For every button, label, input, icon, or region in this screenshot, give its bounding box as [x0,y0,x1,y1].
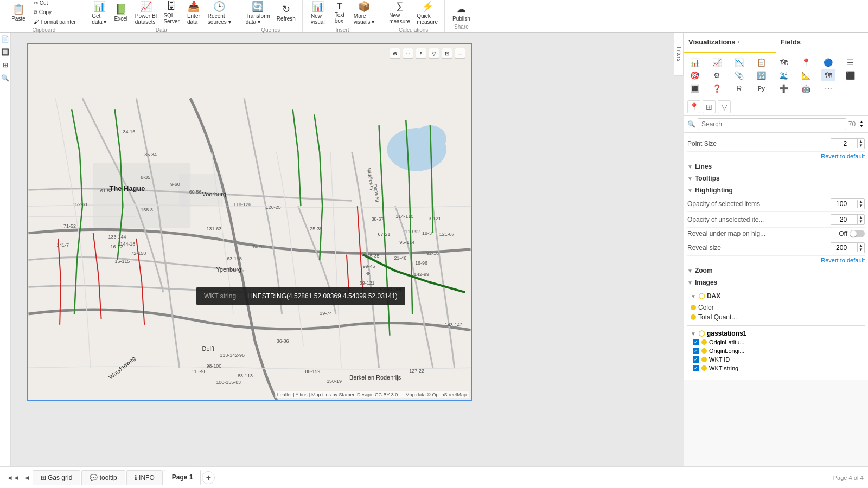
more-visuals-button[interactable]: 📦 Morevisuals ▾ [352,0,376,26]
map-visual[interactable]: ⊕ ↔ ⌖ ▽ ⊡ … [27,43,472,401]
reveal-size-input-box: ▲ ▼ [831,242,865,253]
point-size-input[interactable] [831,139,857,149]
reveal-size-input[interactable] [831,243,857,253]
svg-text:72-158: 72-158 [131,251,146,256]
map-zoom-button[interactable]: ↔ [403,48,413,59]
clipboard-section: 📋 Paste ✂ Cut ⧉ Copy 🖌 Format painter Cl… [4,0,84,32]
format-painter-button[interactable]: 🖌 Format painter [30,18,79,26]
svg-text:74-9: 74-9 [252,244,262,249]
text-box-button[interactable]: T Textbox [330,1,349,25]
svg-text:21-46: 21-46 [394,255,406,261]
viz-treemap[interactable]: ☰ [844,56,858,68]
map-attribution: Leaflet | Altius | Map tiles by Stamen D… [275,391,469,398]
viz-card[interactable]: 📎 [732,69,746,81]
reveal-toggle[interactable]: Off [839,230,865,237]
map-navigate-button[interactable]: ⊕ [390,48,400,59]
queries-section: 🔄 Transformdata ▾ ↻ Refresh Queries [239,0,303,32]
viz-decomp2[interactable]: ⋯ [821,82,835,94]
viz-kpi[interactable]: 🔢 [754,69,768,81]
sidebar-page-icon[interactable]: 📄 [1,35,10,43]
sidebar-visual-icon[interactable]: 🔲 [1,48,10,56]
add-page-button[interactable]: + [202,471,215,484]
lines-collapse[interactable]: ▼ Lines [687,160,865,172]
map-export-button[interactable]: ⊡ [442,48,452,59]
highlighting-collapse[interactable]: ▼ Highlighting [687,184,865,196]
filters-tab[interactable]: Filters [674,33,684,76]
viz-pie[interactable]: 🔵 [821,56,835,68]
fields-tab[interactable]: Fields [776,33,869,53]
visualizations-search-input[interactable] [698,118,846,130]
reveal-revert-link[interactable]: Revert to default [687,256,865,265]
field-well-filter[interactable]: ▽ [718,100,731,113]
copy-button[interactable]: ⧉ Copy [30,8,79,17]
opacity-selected-row: Opacity of selected items ▲ ▼ [687,196,865,212]
svg-text:71-52: 71-52 [63,223,76,229]
viz-funnel[interactable]: 🎯 [687,69,701,81]
viz-r[interactable]: R [732,82,746,94]
revert-default-link[interactable]: Revert to default [687,152,865,160]
reveal-size-down[interactable]: ▼ [857,248,864,252]
viz-scatter[interactable]: 📍 [799,56,813,68]
map-more-button[interactable]: … [455,48,465,59]
viz-bar[interactable]: 📊 [687,56,701,68]
new-measure-button[interactable]: ∑ Newmeasure [387,0,412,25]
field-well-location[interactable]: 📍 [687,100,700,113]
tab-gas-grid[interactable]: ⊞ Gas grid [33,470,81,485]
opacity-unselected-row: Opacity of unselected ite... ▲ ▼ [687,212,865,228]
opacity-selected-input[interactable] [831,199,857,209]
opacity-selected-down[interactable]: ▼ [857,204,864,208]
viz-table[interactable]: 📋 [754,56,768,68]
publish-button[interactable]: ☁ Publish [450,2,473,23]
viz-py[interactable]: Py [754,82,768,94]
opacity-unselected-input[interactable] [831,215,857,224]
tab-page1[interactable]: Page 1 [164,470,201,485]
transform-button[interactable]: 🔄 Transformdata ▾ [244,0,272,26]
viz-map[interactable]: 🗺 [777,56,791,68]
viz-gauge[interactable]: ⚙ [710,69,724,81]
power-bi-button[interactable]: 📈 Power BIdatasets [133,0,159,26]
viz-line[interactable]: 📈 [710,56,724,68]
paste-button[interactable]: 📋 Paste [9,2,28,23]
field-well-format[interactable]: ⊞ [703,100,716,113]
refresh-button[interactable]: ↻ Refresh [275,2,298,23]
quick-measure-button[interactable]: ⚡ Quickmeasure [414,0,440,26]
tab-tooltip[interactable]: 💬 tooltip [81,470,125,485]
point-size-down[interactable]: ▼ [857,144,864,148]
sidebar-grid-icon[interactable]: ⊞ [1,61,10,69]
map-filter-button[interactable]: ▽ [429,48,439,59]
viz-ai[interactable]: 🤖 [799,82,813,94]
tab-info[interactable]: ℹ INFO [126,470,163,485]
right-scroll[interactable]: 📊 📈 📉 📋 🗺 📍 🔵 ☰ 🎯 ⚙ 📎 🔢 🌊 📐 🗺 ⬛ 🔳 ❓ R [684,53,868,466]
viz-matrix[interactable]: 📐 [799,69,813,81]
viz-filled-map[interactable]: 🗺 [821,69,835,81]
viz-decomp[interactable]: 🔳 [687,82,701,94]
images-collapse[interactable]: ▼ Images [687,277,865,288]
recent-sources-button[interactable]: 🕒 Recentsources ▾ [206,0,233,26]
new-visual-button[interactable]: 📊 Newvisual [308,0,328,26]
map-lasso-button[interactable]: ⌖ [416,48,426,59]
svg-text:144-18: 144-18 [120,241,135,247]
tooltips-collapse[interactable]: ▼ Tooltips [687,172,865,184]
viz-shape-map[interactable]: ⬛ [844,69,858,81]
opacity-unselected-down[interactable]: ▼ [857,220,864,224]
viz-area[interactable]: 📉 [732,56,746,68]
get-data-button[interactable]: 📊 Getdata ▾ [90,0,109,26]
reveal-toggle-track[interactable] [850,230,865,237]
insert-section: 📊 Newvisual T Textbox 📦 Morevisuals ▾ In… [304,0,381,32]
enter-data-button[interactable]: 📥 Enterdata [184,0,203,26]
excel-button[interactable]: 📗 Excel [111,2,131,23]
zoom-collapse[interactable]: ▼ Zoom [687,265,865,277]
sql-button[interactable]: 🗄 SQLServer [161,0,181,25]
svg-text:19-74: 19-74 [320,311,332,316]
field-well-row: 📍 ⊞ ▽ [684,98,868,116]
viz-slicer[interactable]: 🌊 [777,69,791,81]
svg-text:126-25: 126-25 [266,204,281,210]
cut-button[interactable]: ✂ Cut [30,0,79,7]
nav-prev-button[interactable]: ◄ [22,471,33,485]
nav-first-button[interactable]: ◄◄ [4,471,22,485]
viz-qna[interactable]: ❓ [710,82,724,94]
visualizations-tab[interactable]: Visualizations › [684,33,776,53]
gasstations-lon-item: ✓ OriginLongi... [691,346,861,355]
sidebar-search-icon[interactable]: 🔍 [1,74,10,82]
viz-more[interactable]: ➕ [777,82,791,94]
